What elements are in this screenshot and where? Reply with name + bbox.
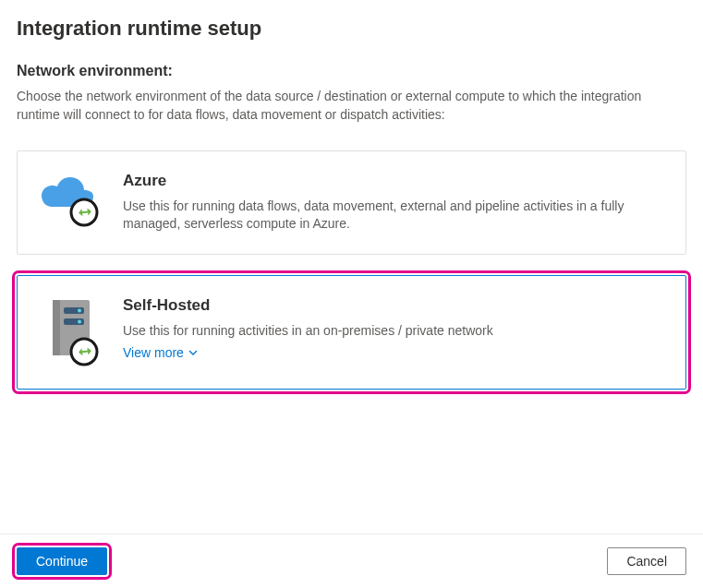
- section-description: Choose the network environment of the da…: [17, 87, 686, 125]
- option-azure-title: Azure: [123, 172, 667, 190]
- continue-button[interactable]: Continue: [17, 547, 107, 575]
- cloud-icon: [36, 172, 103, 227]
- option-azure[interactable]: Azure Use this for running data flows, d…: [17, 150, 686, 255]
- svg-point-6: [78, 319, 81, 323]
- svg-rect-2: [53, 300, 60, 355]
- option-selfhosted[interactable]: Self-Hosted Use this for running activit…: [17, 275, 686, 390]
- server-icon: [36, 296, 103, 368]
- section-heading: Network environment:: [17, 63, 686, 79]
- option-selfhosted-title: Self-Hosted: [123, 296, 493, 315]
- view-more-link[interactable]: View more: [123, 345, 199, 360]
- option-selfhosted-description: Use this for running activities in an on…: [123, 322, 493, 341]
- page-title: Integration runtime setup: [17, 17, 686, 41]
- footer: Continue Cancel: [0, 534, 703, 588]
- chevron-down-icon: [188, 347, 199, 358]
- option-azure-description: Use this for running data flows, data mo…: [123, 198, 667, 234]
- view-more-label: View more: [123, 345, 184, 360]
- cancel-button[interactable]: Cancel: [607, 547, 686, 575]
- svg-point-4: [78, 308, 81, 312]
